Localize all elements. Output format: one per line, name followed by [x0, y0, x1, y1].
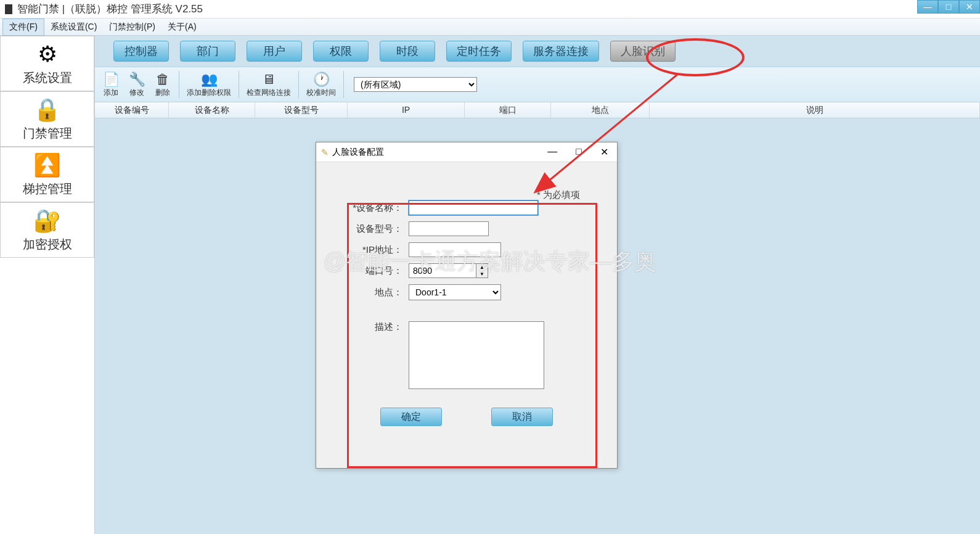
port-up[interactable]: ▲: [476, 264, 488, 271]
sidebar-license[interactable]: 🔐 加密授权: [0, 202, 94, 258]
port-down[interactable]: ▼: [476, 271, 488, 277]
tab-user[interactable]: 用户: [247, 41, 302, 62]
port-spinner: ▲ ▼: [476, 263, 488, 278]
col-device-no[interactable]: 设备编号: [95, 102, 169, 118]
tool-delete[interactable]: 🗑 删除: [150, 70, 175, 99]
add-icon: 📄: [103, 72, 120, 88]
tool-edit[interactable]: 🔧 修改: [125, 70, 149, 99]
tool-label: 校准时间: [306, 88, 336, 98]
close-button[interactable]: ✕: [959, 0, 980, 14]
input-port[interactable]: [409, 263, 476, 278]
region-select[interactable]: (所有区域): [354, 77, 477, 92]
dialog-titlebar[interactable]: ✎ 人脸设备配置 — □ ✕: [316, 142, 617, 162]
tab-permission[interactable]: 权限: [313, 41, 369, 62]
row-location: 地点： Door1-1: [341, 284, 592, 300]
tool-label: 添加: [104, 88, 118, 98]
dialog-maximize[interactable]: □: [572, 146, 586, 158]
row-device-name: *设备名称：: [341, 200, 592, 215]
col-device-model[interactable]: 设备型号: [255, 102, 348, 118]
input-device-name[interactable]: [409, 200, 538, 215]
row-port: 端口号： ▲ ▼: [341, 263, 592, 278]
label-ip: *IP地址：: [341, 244, 409, 256]
label-location: 地点：: [341, 287, 409, 298]
dialog-icon: ✎: [321, 147, 329, 157]
tool-label: 修改: [129, 88, 144, 98]
sidebar-access-mgmt[interactable]: 🔒 门禁管理: [0, 91, 94, 147]
input-ip[interactable]: [409, 242, 501, 257]
tab-server[interactable]: 服务器连接: [523, 41, 599, 62]
title-bar: 智能门禁 |（联脱）梯控 管理系统 V2.55 — □ ✕: [0, 0, 980, 18]
menu-system-settings[interactable]: 系统设置(C): [44, 19, 103, 35]
menu-file[interactable]: 文件(F): [2, 18, 44, 36]
col-device-name[interactable]: 设备名称: [169, 102, 255, 118]
window-controls: — □ ✕: [917, 0, 980, 14]
col-port[interactable]: 端口: [465, 102, 551, 118]
tab-scheduled[interactable]: 定时任务: [446, 41, 512, 62]
input-device-model[interactable]: [409, 221, 489, 236]
tool-add[interactable]: 📄 添加: [99, 70, 123, 99]
tool-check-net[interactable]: 🖥 检查网络连接: [243, 70, 295, 99]
separator: [239, 71, 239, 98]
tool-add-del-perm[interactable]: 👥 添加删除权限: [183, 70, 235, 99]
dialog-body: * 为必填项 *设备名称： 设备型号： *IP地址： 端口号： ▲ ▼: [316, 162, 617, 438]
delete-icon: 🗑: [156, 72, 169, 88]
col-desc[interactable]: 说明: [650, 102, 980, 118]
required-note: * 为必填项: [537, 189, 580, 201]
dialog-close[interactable]: ✕: [597, 146, 612, 158]
lock-icon: 🔒: [33, 97, 61, 123]
edit-icon: 🔧: [129, 72, 145, 88]
key-lock-icon: 🔐: [33, 208, 61, 234]
sidebar: ⚙ 系统设置 🔒 门禁管理 ⏫ 梯控管理 🔐 加密授权: [0, 36, 95, 534]
tool-sync-time[interactable]: 🕐 校准时间: [303, 70, 340, 99]
dialog-minimize[interactable]: —: [544, 146, 561, 158]
menu-bar: 文件(F) 系统设置(C) 门禁控制(P) 关于(A): [0, 18, 980, 36]
menu-about[interactable]: 关于(A): [161, 19, 203, 35]
separator: [298, 71, 299, 98]
label-port: 端口号：: [341, 265, 409, 277]
label-device-name: *设备名称：: [341, 202, 409, 214]
gear-icon: ⚙: [38, 41, 57, 67]
maximize-button[interactable]: □: [938, 0, 959, 14]
monitor-icon: 🖥: [262, 72, 276, 88]
row-desc: 描述：: [341, 321, 592, 389]
tab-department[interactable]: 部门: [180, 41, 235, 62]
app-title: 智能门禁 |（联脱）梯控 管理系统 V2.55: [17, 2, 203, 16]
sidebar-label: 加密授权: [23, 236, 72, 253]
tool-label: 删除: [155, 88, 170, 98]
dialog-title: 人脸设备配置: [332, 147, 384, 158]
clock-icon: 🕐: [313, 72, 330, 88]
tool-label: 检查网络连接: [247, 88, 291, 98]
cancel-button[interactable]: 取消: [491, 408, 553, 426]
toolbar: 📄 添加 🔧 修改 🗑 删除 👥 添加删除权限 🖥 检查网络连接: [95, 67, 980, 102]
label-desc: 描述：: [341, 321, 409, 333]
sidebar-system-settings[interactable]: ⚙ 系统设置: [0, 36, 94, 91]
label-device-model: 设备型号：: [341, 223, 409, 235]
row-device-model: 设备型号：: [341, 221, 592, 236]
textarea-desc[interactable]: [409, 321, 544, 389]
sidebar-label: 系统设置: [23, 70, 72, 86]
tool-label: 添加删除权限: [187, 88, 231, 98]
sidebar-label: 门禁管理: [23, 125, 72, 142]
col-location[interactable]: 地点: [551, 102, 650, 118]
face-device-dialog: ✎ 人脸设备配置 — □ ✕ * 为必填项 *设备名称： 设备型号： *IP地址…: [316, 142, 618, 469]
tab-controller[interactable]: 控制器: [113, 41, 169, 62]
tab-face-recognition[interactable]: 人脸识别: [610, 41, 676, 62]
app-icon: [5, 4, 12, 14]
users-icon: 👥: [201, 72, 218, 88]
menu-access-control[interactable]: 门禁控制(P): [103, 19, 161, 35]
dialog-window-controls: — □ ✕: [544, 146, 612, 158]
minimize-button[interactable]: —: [917, 0, 938, 14]
ok-button[interactable]: 确定: [380, 408, 442, 426]
col-ip[interactable]: IP: [348, 102, 465, 118]
sidebar-elevator-mgmt[interactable]: ⏫ 梯控管理: [0, 147, 94, 202]
tab-period[interactable]: 时段: [380, 41, 435, 62]
separator: [179, 71, 179, 98]
sidebar-label: 梯控管理: [23, 181, 72, 197]
separator: [343, 71, 344, 98]
dialog-buttons: 确定 取消: [341, 408, 592, 426]
elevator-icon: ⏫: [33, 152, 61, 178]
row-ip: *IP地址：: [341, 242, 592, 257]
table-header: 设备编号 设备名称 设备型号 IP 端口 地点 说明: [95, 102, 980, 118]
tab-row: 控制器 部门 用户 权限 时段 定时任务 服务器连接 人脸识别: [95, 36, 980, 67]
select-location[interactable]: Door1-1: [409, 284, 501, 300]
